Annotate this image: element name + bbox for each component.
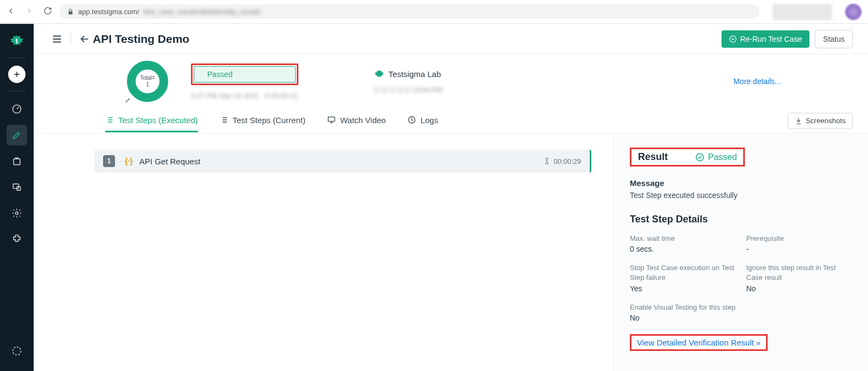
svg-rect-9 [328,117,335,121]
list-icon [220,116,228,124]
lab-name: Testsigma Lab [388,69,441,79]
summary-strip: Total=1 ⤢ Passed 4:37 PM Sep 15 2021 · 0… [34,54,868,108]
svg-rect-3 [13,184,18,188]
kv-max-wait: Max. wait time0 secs. [630,234,736,253]
view-verification-link[interactable]: View Detailed Verification Result » [637,338,761,347]
design-nav-icon[interactable] [7,125,27,145]
profile-avatar-icon[interactable] [845,4,861,20]
status-badge-highlight: Passed [191,63,298,85]
browser-chrome: app.testsigma.com/ test_case_results/det… [0,0,868,24]
step-row[interactable]: 1 {·} API Get Request 00:00:29 [94,150,591,172]
details-panel: Result Passed Message Test Step executed… [613,133,868,371]
url-host: app.testsigma.com/ [78,8,139,16]
brand-logo-icon[interactable]: t [8,33,25,50]
monitor-icon [327,116,336,124]
download-icon [795,117,802,125]
step-time-value: 00:00:29 [553,157,581,165]
result-label: Result [638,151,668,163]
result-donut: Total=1 ⤢ [126,60,169,103]
step-number: 1 [103,155,115,167]
tab-label: Test Steps (Executed) [118,116,198,125]
expand-icon[interactable]: ⤢ [125,97,130,104]
usage-nav-icon[interactable] [7,341,27,361]
svg-text:t: t [16,37,18,45]
rerun-button[interactable]: Re-Run Test Case [722,30,809,48]
tab-label: Test Steps (Current) [233,116,305,125]
tabs-bar: Test Steps (Executed) Test Steps (Curren… [34,108,868,133]
step-name: API Get Request [139,157,201,166]
gear-badge-icon [374,69,384,79]
result-value: Passed [695,152,737,162]
extension-area [773,4,832,20]
kv-visual-testing: Enable Visual Testing for this stepNo [630,303,852,322]
kv-ignore-result: Ignore this step result in Test Case res… [746,263,852,292]
donut-total-label: Total= [141,75,155,81]
tab-steps-executed[interactable]: Test Steps (Executed) [105,110,198,132]
hourglass-icon [544,158,550,164]
screenshots-label: Screenshots [806,117,846,125]
step-duration: 00:00:29 [544,157,581,165]
addons-nav-icon[interactable] [7,229,27,250]
rerun-label: Re-Run Test Case [740,35,802,43]
top-bar: API Testing Demo Re-Run Test Case Status [34,24,868,54]
status-badge: Passed [194,66,296,82]
settings-nav-icon[interactable] [7,203,27,223]
result-highlight: Result Passed [630,148,745,167]
tab-steps-current[interactable]: Test Steps (Current) [220,110,305,132]
run-time-info: 4:37 PM Sep 15 2021 · 0:00:00:31 [191,92,298,100]
browser-back-icon[interactable] [7,7,15,17]
browser-forward-icon[interactable] [25,7,34,17]
address-bar[interactable]: app.testsigma.com/ test_case_results/det… [60,4,760,19]
details-heading: Test Step Details [630,214,852,225]
more-details-link[interactable]: More details... [733,77,781,86]
status-button[interactable]: Status [815,30,853,48]
lock-icon [67,9,74,15]
tab-label: Watch Video [340,116,386,125]
svg-rect-2 [14,159,20,165]
page-title: API Testing Demo [93,33,189,46]
verification-link-highlight: View Detailed Verification Result » [630,334,768,351]
donut-total-value: 1 [146,81,149,87]
screenshots-button[interactable]: Screenshots [788,113,853,129]
kv-stop-on-failure: Stop Test Case execution on Test Step fa… [630,263,736,292]
browser-reload-icon[interactable] [43,7,52,17]
add-button[interactable] [8,66,25,83]
agents-nav-icon[interactable] [7,177,27,197]
clock-icon [407,116,416,124]
menu-icon[interactable] [49,31,65,47]
tab-logs[interactable]: Logs [407,110,438,132]
message-body: Test Step executed successfully [630,191,852,200]
kv-prerequisite: Prerequisite- [746,234,852,253]
dashboard-nav-icon[interactable] [7,99,27,119]
back-arrow-icon[interactable] [76,31,93,47]
api-icon: {·} [125,157,133,165]
svg-point-5 [16,212,18,215]
steps-list: 1 {·} API Get Request 00:00:29 [34,133,613,371]
url-path: test_case_results/details/step_results [144,8,261,16]
env-info: 0.11 0.12.0 1024x768 [374,86,443,94]
list-icon [105,116,114,124]
tab-watch-video[interactable]: Watch Video [327,110,386,132]
testplans-nav-icon[interactable] [7,151,27,171]
svg-point-6 [13,347,21,355]
tab-label: Logs [420,116,438,125]
play-circle-icon [729,35,737,43]
left-sidebar: t [0,24,34,371]
message-heading: Message [630,178,852,188]
svg-point-11 [696,153,704,161]
divider [71,33,71,45]
check-circle-icon [695,152,705,162]
